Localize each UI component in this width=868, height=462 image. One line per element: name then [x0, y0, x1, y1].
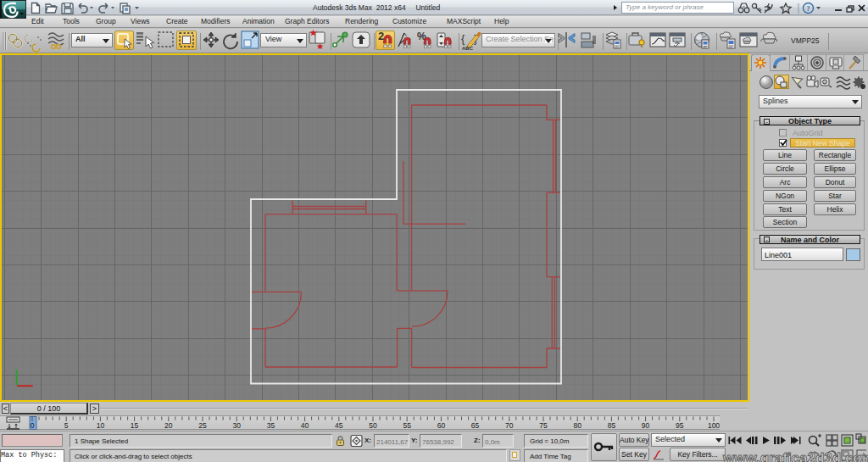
svg-text:30: 30: [232, 421, 241, 430]
svg-text:40: 40: [301, 421, 309, 430]
svg-text:?: ?: [806, 4, 810, 13]
svg-text:25: 25: [198, 421, 207, 430]
svg-text:60: 60: [437, 421, 446, 430]
svg-text:10: 10: [97, 421, 105, 430]
svg-text:5: 5: [64, 421, 69, 430]
svg-text:95: 95: [676, 421, 684, 430]
svg-text:35: 35: [267, 421, 275, 430]
svg-text:70: 70: [505, 421, 514, 430]
svg-text:ABC: ABC: [462, 46, 474, 51]
svg-text:100: 100: [708, 421, 720, 430]
svg-text:75: 75: [539, 421, 548, 430]
svg-text:50: 50: [369, 421, 377, 430]
svg-text:80: 80: [573, 421, 581, 430]
svg-text:VMPP25: VMPP25: [791, 36, 820, 45]
svg-text:0: 0: [31, 421, 35, 430]
svg-text:90: 90: [642, 421, 650, 430]
svg-text:{: {: [461, 32, 465, 45]
svg-text:20: 20: [164, 421, 173, 430]
svg-text:15: 15: [131, 421, 139, 430]
svg-text:65: 65: [471, 421, 480, 430]
svg-text:85: 85: [608, 421, 616, 430]
svg-text:45: 45: [335, 421, 343, 430]
svg-text:2: 2: [378, 30, 384, 42]
svg-text:55: 55: [403, 421, 411, 430]
